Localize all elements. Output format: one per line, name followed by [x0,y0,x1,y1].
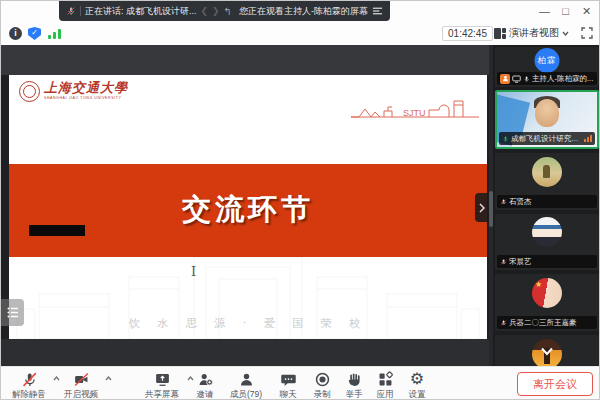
participant-tile[interactable]: 石贤杰 [495,153,599,210]
star-icon: ★ [535,280,542,289]
mic-muted-icon [500,258,507,266]
participant-name: 宋晨艺 [509,257,594,267]
watching-label: 您正在观看主持人-陈柏霖的屏幕 [239,5,368,18]
view-mode-selector[interactable]: 演讲者视图 [494,26,569,40]
school-motto: 饮 水 思 源 · 爱 国 荣 校 [9,316,487,331]
text-cursor: I [191,264,196,279]
participants-sidebar: 柏霖 主持人-陈柏霖的... 成都飞机设计研究所... 石贤 [493,45,600,366]
status-row: i ✓ 01:42:45 演讲者视图 [1,23,600,45]
leave-meeting-button[interactable]: 离开会议 [517,372,593,396]
mic-muted-icon [500,319,507,327]
invite-icon [196,370,214,388]
toolbar-label: 共享屏幕 [145,389,179,400]
scroll-more-chevron-icon[interactable] [540,347,554,356]
participant-tile[interactable]: ★ 兵器二〇三所王嘉豪 [495,274,599,331]
participant-tile-partial[interactable] [495,335,599,366]
mic-muted-icon [20,370,38,388]
sidebar-collapse-button[interactable] [475,193,489,222]
mic-active-icon [502,135,509,143]
prev-arrow-icon[interactable]: ❮ [201,6,209,16]
list-icon [7,307,19,318]
record-icon [313,370,331,388]
title-bar: 正在讲话: 成都飞机设计研... ❮ ❯ ↰ 您正在观看主持人-陈柏霖的屏幕 —… [1,1,600,23]
participant-name: 石贤杰 [509,197,594,207]
control-toolbar: 解除静音 开启视频 共享屏幕 邀请 成员(79) 聊天 录制 [1,366,600,400]
sjtu-seal-icon [19,81,40,102]
participant-name: 兵器二〇三所王嘉豪 [509,318,594,328]
invite-button[interactable]: 邀请 [186,370,224,400]
host-badge-icon [500,74,510,84]
slide-title: 交流环节 [9,190,487,230]
signal-bars-icon [584,135,592,142]
participant-tile-active-speaker[interactable]: 成都飞机设计研究所... [495,90,599,149]
university-name-en: SHANGHAI JIAO TONG UNIVERSITY [44,96,128,100]
members-button[interactable]: 成员(79) [224,370,268,400]
next-arrow-icon[interactable]: ❯ [212,6,220,16]
network-signal-icon [48,29,62,39]
share-screen-button[interactable]: 共享屏幕 [139,370,185,400]
participant-name: 成都飞机设计研究所... [511,134,582,144]
screen-list-icon[interactable] [372,6,383,16]
maximize-button[interactable]: □ [555,5,576,17]
settings-button[interactable]: ⚙ 设置 [398,370,436,400]
speaking-label: 正在讲话: 成都飞机设计研... [85,5,197,18]
shared-screen-area: 上海交通大學 SHANGHAI JIAO TONG UNIVERSITY SJT… [1,45,489,366]
fullscreen-icon[interactable] [581,27,593,39]
members-icon [237,370,255,388]
chat-icon [279,370,297,388]
avatar: ★ [532,278,562,308]
security-shield-icon[interactable]: ✓ [28,27,41,40]
share-screen-icon [153,370,171,388]
mic-muted-icon [66,6,76,16]
view-mode-label: 演讲者视图 [509,26,559,40]
campus-skyline-art: SJTU [351,97,479,119]
layout-icon [494,28,506,39]
restore-arrow-icon[interactable]: ↰ [224,6,232,17]
participant-name: 主持人-陈柏霖的... [532,74,594,84]
toolbar-label: 设置 [409,389,426,400]
avatar: 柏霖 [535,48,560,73]
avatar [532,217,562,247]
participant-tile[interactable]: 宋晨艺 [495,214,599,270]
presentation-top-strip [1,45,489,75]
meeting-info-icon[interactable]: i [9,27,22,40]
meeting-timer: 01:42:45 [442,26,493,41]
presentation-bottom-strip [1,339,489,366]
skyline-text: SJTU [403,108,426,118]
toolbar-label: 解除静音 [12,389,46,400]
toolbar-label: 举手 [346,389,363,400]
video-options-caret[interactable] [105,376,112,383]
unmute-button[interactable]: 解除静音 [7,370,51,400]
avatar [532,157,562,187]
chevron-down-icon [562,31,569,36]
title-banner: 交流环节 [9,164,487,257]
screen-sharing-badge-icon [512,75,521,83]
apps-icon [376,370,394,388]
divider [80,6,81,16]
university-name-zh: 上海交通大學 [44,81,128,95]
mic-on-icon [523,75,530,83]
close-button[interactable]: ✕ [576,5,597,18]
speaking-banner: 正在讲话: 成都飞机设计研... ❮ ❯ ↰ [59,1,239,21]
toolbar-label: 邀请 [197,389,214,400]
window-controls: — □ ✕ [534,1,597,21]
toolbar-label: 应用 [377,389,394,400]
mic-muted-icon [500,198,507,206]
camera-off-icon [72,370,90,388]
presentation-slide: 上海交通大學 SHANGHAI JIAO TONG UNIVERSITY SJT… [9,75,487,339]
watching-banner: 您正在观看主持人-陈柏霖的屏幕 [232,1,390,21]
participant-tile-host[interactable]: 柏霖 主持人-陈柏霖的... [495,47,599,87]
chat-button[interactable]: 聊天 [269,370,307,400]
toolbar-label: 成员(79) [230,389,262,400]
toolbar-label: 录制 [314,389,331,400]
raise-hand-icon [345,370,363,388]
slide-panel-toggle-button[interactable] [1,299,24,326]
minimize-button[interactable]: — [534,5,555,17]
sjtu-logo: 上海交通大學 SHANGHAI JIAO TONG UNIVERSITY [19,81,128,102]
chevron-right-icon [479,203,485,213]
redaction-bar [29,225,85,236]
start-video-button[interactable]: 开启视频 [59,370,103,400]
toolbar-label: 聊天 [280,389,297,400]
settings-gear-icon: ⚙ [408,370,426,388]
toolbar-label: 开启视频 [64,389,98,400]
